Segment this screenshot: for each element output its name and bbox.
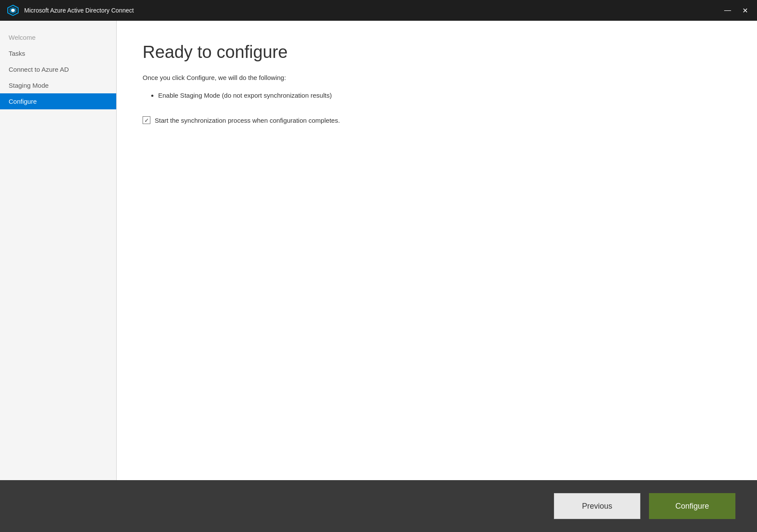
- application-window: Microsoft Azure Active Directory Connect…: [0, 0, 757, 532]
- sidebar-item-welcome[interactable]: Welcome: [0, 29, 116, 45]
- window-title: Microsoft Azure Active Directory Connect: [24, 7, 722, 14]
- app-logo-icon: [7, 4, 19, 16]
- sync-checkbox-row[interactable]: Start the synchronization process when c…: [143, 116, 731, 124]
- description-text: Once you click Configure, we will do the…: [143, 74, 731, 81]
- content-spacer: [143, 124, 731, 467]
- page-title: Ready to configure: [143, 42, 731, 62]
- sidebar-item-tasks[interactable]: Tasks: [0, 45, 116, 61]
- configure-button[interactable]: Configure: [649, 493, 735, 519]
- minimize-button[interactable]: —: [722, 5, 733, 16]
- sync-checkbox-label: Start the synchronization process when c…: [155, 117, 340, 124]
- sidebar-item-staging-mode[interactable]: Staging Mode: [0, 77, 116, 93]
- sidebar-item-configure[interactable]: Configure: [0, 93, 116, 109]
- sidebar: Welcome Tasks Connect to Azure AD Stagin…: [0, 21, 117, 480]
- main-content: Welcome Tasks Connect to Azure AD Stagin…: [0, 21, 757, 480]
- content-area: Ready to configure Once you click Config…: [117, 21, 757, 480]
- previous-button[interactable]: Previous: [554, 493, 640, 519]
- footer: Previous Configure: [0, 480, 757, 532]
- sync-checkbox[interactable]: [143, 116, 150, 124]
- sidebar-item-connect-azure-ad[interactable]: Connect to Azure AD: [0, 61, 116, 77]
- bullet-item-1: Enable Staging Mode (do not export synch…: [158, 90, 731, 101]
- bullet-list: Enable Staging Mode (do not export synch…: [158, 90, 731, 101]
- close-button[interactable]: ✕: [740, 5, 750, 16]
- titlebar: Microsoft Azure Active Directory Connect…: [0, 0, 757, 21]
- window-controls: — ✕: [722, 5, 750, 16]
